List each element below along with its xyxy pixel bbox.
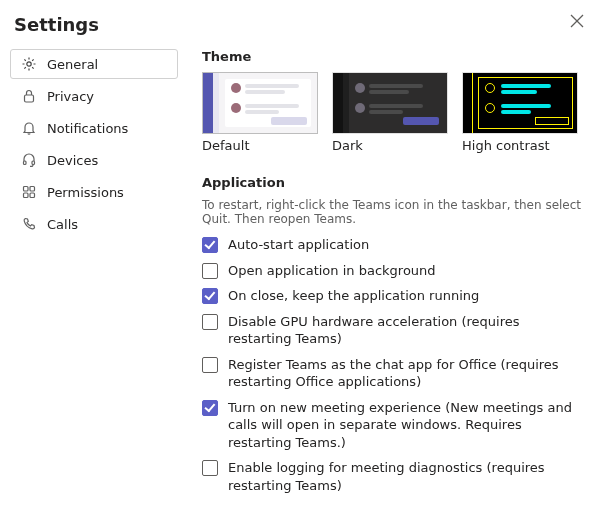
- theme-label: Dark: [332, 138, 448, 153]
- theme-heading: Theme: [202, 49, 586, 64]
- sidebar-item-calls[interactable]: Calls: [10, 209, 178, 239]
- checkbox[interactable]: [202, 288, 218, 304]
- theme-thumb-dark: [332, 72, 448, 134]
- check-label: Turn on new meeting experience (New meet…: [228, 399, 586, 452]
- svg-rect-3: [25, 95, 34, 102]
- bell-icon: [21, 120, 37, 136]
- checkbox[interactable]: [202, 357, 218, 373]
- svg-rect-5: [32, 161, 35, 165]
- phone-icon: [21, 216, 37, 232]
- svg-rect-9: [30, 193, 35, 198]
- theme-option-dark[interactable]: Dark: [332, 72, 448, 153]
- check-disable-gpu[interactable]: Disable GPU hardware acceleration (requi…: [202, 313, 586, 348]
- theme-option-default[interactable]: Default: [202, 72, 318, 153]
- check-on-close-keep-running[interactable]: On close, keep the application running: [202, 287, 586, 305]
- check-auto-start[interactable]: Auto-start application: [202, 236, 586, 254]
- svg-rect-4: [24, 161, 27, 165]
- check-register-chat-app[interactable]: Register Teams as the chat app for Offic…: [202, 356, 586, 391]
- theme-option-high-contrast[interactable]: High contrast: [462, 72, 578, 153]
- sidebar-item-general[interactable]: General: [10, 49, 178, 79]
- svg-rect-6: [24, 187, 29, 192]
- checkbox[interactable]: [202, 237, 218, 253]
- app-grid-icon: [21, 184, 37, 200]
- sidebar-item-devices[interactable]: Devices: [10, 145, 178, 175]
- sidebar-item-label: Calls: [47, 217, 78, 232]
- svg-point-2: [27, 62, 31, 66]
- sidebar-item-notifications[interactable]: Notifications: [10, 113, 178, 143]
- check-label: Enable logging for meeting diagnostics (…: [228, 459, 586, 494]
- application-heading: Application: [202, 175, 586, 190]
- checkbox[interactable]: [202, 314, 218, 330]
- close-button[interactable]: [570, 14, 584, 28]
- theme-thumb-high-contrast: [462, 72, 578, 134]
- checkbox[interactable]: [202, 460, 218, 476]
- theme-label: High contrast: [462, 138, 578, 153]
- sidebar: General Privacy Notifications Devices: [10, 49, 178, 508]
- gear-icon: [21, 56, 37, 72]
- headset-icon: [21, 152, 37, 168]
- main-panel: Theme Default: [202, 49, 590, 508]
- lock-icon: [21, 88, 37, 104]
- sidebar-item-label: Notifications: [47, 121, 128, 136]
- check-enable-logging[interactable]: Enable logging for meeting diagnostics (…: [202, 459, 586, 494]
- sidebar-item-label: Devices: [47, 153, 98, 168]
- checkbox[interactable]: [202, 263, 218, 279]
- check-new-meeting-experience[interactable]: Turn on new meeting experience (New meet…: [202, 399, 586, 452]
- check-label: Open application in background: [228, 262, 436, 280]
- check-label: Disable GPU hardware acceleration (requi…: [228, 313, 586, 348]
- svg-rect-7: [30, 187, 35, 192]
- check-label: On close, keep the application running: [228, 287, 479, 305]
- application-helper: To restart, right-click the Teams icon i…: [202, 198, 586, 226]
- sidebar-item-label: Privacy: [47, 89, 94, 104]
- sidebar-item-label: Permissions: [47, 185, 124, 200]
- checkbox[interactable]: [202, 400, 218, 416]
- sidebar-item-privacy[interactable]: Privacy: [10, 81, 178, 111]
- sidebar-item-permissions[interactable]: Permissions: [10, 177, 178, 207]
- check-label: Auto-start application: [228, 236, 369, 254]
- sidebar-item-label: General: [47, 57, 98, 72]
- theme-thumb-default: [202, 72, 318, 134]
- svg-rect-8: [24, 193, 29, 198]
- theme-label: Default: [202, 138, 318, 153]
- check-open-background[interactable]: Open application in background: [202, 262, 586, 280]
- check-label: Register Teams as the chat app for Offic…: [228, 356, 586, 391]
- page-title: Settings: [14, 14, 590, 35]
